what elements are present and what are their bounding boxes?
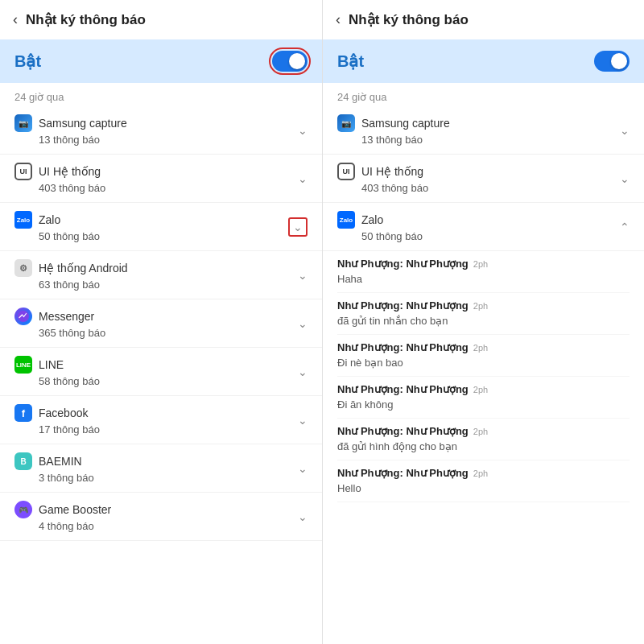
msg-header: Như Phượng: Như Phượng 2ph <box>337 383 630 395</box>
message-item: Như Phượng: Như Phượng 2ph đã gửi tin nh… <box>337 293 630 335</box>
chevron-down-icon[interactable]: ⌄ <box>298 269 308 282</box>
messenger-icon <box>14 308 32 325</box>
left-toggle[interactable] <box>272 51 308 72</box>
app-count: 50 thông báo <box>14 230 100 242</box>
msg-time: 2ph <box>473 259 488 269</box>
app-info: UI UI Hệ thống 403 thông báo <box>14 163 105 194</box>
left-header: ‹ Nhật ký thông báo <box>0 0 322 39</box>
app-info: Zalo Zalo 50 thông báo <box>14 211 100 242</box>
message-item: Như Phượng: Như Phượng 2ph Đi ăn không <box>337 377 630 419</box>
list-item[interactable]: f Facebook 17 thông báo ⌄ <box>0 396 322 444</box>
list-item[interactable]: Zalo Zalo 50 thông báo ⌄ <box>0 203 322 251</box>
samsung-icon: 📷 <box>337 114 355 132</box>
right-section-label: 24 giờ qua <box>323 83 644 106</box>
chevron-down-icon[interactable]: ⌄ <box>298 510 308 523</box>
zalo-messages-list: Như Phượng: Như Phượng 2ph Haha Như Phượ… <box>323 251 644 502</box>
list-item[interactable]: 🎮 Game Booster 4 thông báo ⌄ <box>0 493 322 541</box>
right-back-button[interactable]: ‹ <box>336 11 341 28</box>
msg-text: Đi ăn không <box>337 398 393 411</box>
left-panel: ‹ Nhật ký thông báo Bật 24 giờ qua 📷 Sam… <box>0 0 322 644</box>
app-name-row: LINE LINE <box>14 356 100 374</box>
message-item: Như Phượng: Như Phượng 2ph đã gửi hình đ… <box>337 419 630 460</box>
right-bat-label: Bật <box>337 52 364 71</box>
chevron-down-icon[interactable]: ⌄ <box>298 365 308 378</box>
left-toggle-knob <box>289 53 305 69</box>
right-header-title: Nhật ký thông báo <box>349 11 469 28</box>
app-count: 13 thông báo <box>14 134 127 146</box>
left-back-button[interactable]: ‹ <box>13 11 18 28</box>
msg-time: 2ph <box>473 343 488 353</box>
app-name-row: Zalo Zalo <box>14 211 100 229</box>
app-count: 58 thông báo <box>14 375 100 387</box>
message-item: Như Phượng: Như Phượng 2ph Đi nè bạn bao <box>337 335 630 377</box>
left-header-title: Nhật ký thông báo <box>26 11 146 28</box>
app-name: Samsung capture <box>361 117 450 130</box>
zalo-icon: Zalo <box>14 211 32 229</box>
list-item[interactable]: LINE LINE 58 thông báo ⌄ <box>0 348 322 396</box>
app-count: 403 thông báo <box>337 182 428 194</box>
app-info: UI UI Hệ thống 403 thông báo <box>337 163 428 194</box>
app-name: Zalo <box>361 213 383 226</box>
msg-sender: Như Phượng: Như Phượng <box>337 258 469 270</box>
app-count: 403 thông báo <box>14 182 105 194</box>
list-item[interactable]: 📷 Samsung capture 13 thông báo ⌄ <box>0 106 322 155</box>
msg-time: 2ph <box>473 469 488 478</box>
chevron-down-icon[interactable]: ⌄ <box>620 172 630 185</box>
gamebooster-icon: 🎮 <box>14 501 32 518</box>
app-info: 🎮 Game Booster 4 thông báo <box>14 501 111 532</box>
app-count: 50 thông báo <box>337 230 423 242</box>
app-info: LINE LINE 58 thông báo <box>14 356 100 387</box>
chevron-down-icon[interactable]: ⌄ <box>298 172 308 185</box>
app-name-row: 📷 Samsung capture <box>337 114 450 132</box>
app-count: 17 thông báo <box>14 423 100 436</box>
chevron-down-icon[interactable]: ⌄ <box>298 414 308 427</box>
chevron-down-icon[interactable]: ⌄ <box>298 124 308 137</box>
list-item[interactable]: UI UI Hệ thống 403 thông báo ⌄ <box>323 155 644 203</box>
msg-header: Như Phượng: Như Phượng 2ph <box>337 341 630 353</box>
chevron-down-icon[interactable]: ⌄ <box>298 462 308 475</box>
app-name-row: f Facebook <box>14 404 100 422</box>
app-count: 365 thông báo <box>14 327 105 339</box>
app-name-row: 🎮 Game Booster <box>14 501 111 518</box>
msg-text: Haha <box>337 273 362 285</box>
msg-sender: Như Phượng: Như Phượng <box>337 341 469 353</box>
right-toggle[interactable] <box>594 51 630 72</box>
app-name-row: Messenger <box>14 308 105 325</box>
msg-header: Như Phượng: Như Phượng 2ph <box>337 258 630 270</box>
right-header: ‹ Nhật ký thông báo <box>323 0 644 39</box>
list-item[interactable]: ⚙ Hệ thống Android 63 thông báo ⌄ <box>0 251 322 299</box>
msg-sender: Như Phượng: Như Phượng <box>337 467 469 479</box>
chevron-up-icon[interactable]: ⌃ <box>620 221 630 233</box>
app-count: 3 thông báo <box>14 472 94 484</box>
app-name: Samsung capture <box>39 117 127 130</box>
msg-time: 2ph <box>473 427 488 436</box>
chevron-down-icon[interactable]: ⌄ <box>298 317 308 330</box>
app-info: ⚙ Hệ thống Android 63 thông báo <box>14 259 128 291</box>
facebook-icon: f <box>14 404 32 422</box>
list-item[interactable]: Messenger 365 thông báo ⌄ <box>0 299 322 348</box>
app-name: Facebook <box>39 407 88 419</box>
list-item[interactable]: 📷 Samsung capture 13 thông báo ⌄ <box>323 106 644 155</box>
left-section-label: 24 giờ qua <box>0 83 322 106</box>
message-item: Như Phượng: Như Phượng 2ph Hello <box>337 460 630 502</box>
app-info: 📷 Samsung capture 13 thông báo <box>337 114 450 146</box>
msg-header: Như Phượng: Như Phượng 2ph <box>337 425 630 437</box>
ui-icon: UI <box>14 163 32 180</box>
left-scroll-area: 📷 Samsung capture 13 thông báo ⌄ UI UI H… <box>0 106 322 644</box>
app-name-row: Zalo Zalo <box>337 211 423 229</box>
right-bat-row: Bật <box>323 39 644 83</box>
msg-text: đã gửi hình động cho bạn <box>337 440 457 452</box>
app-count: 13 thông báo <box>337 134 450 146</box>
list-item[interactable]: B BAEMIN 3 thông báo ⌄ <box>0 444 322 493</box>
msg-text: đã gửi tin nhắn cho bạn <box>337 315 448 327</box>
chevron-down-icon[interactable]: ⌄ <box>620 124 630 137</box>
list-item[interactable]: UI UI Hệ thống 403 thông báo ⌄ <box>0 155 322 203</box>
app-name-row: UI UI Hệ thống <box>14 163 105 180</box>
msg-text: Đi nè bạn bao <box>337 357 403 369</box>
app-info: B BAEMIN 3 thông báo <box>14 452 94 484</box>
list-item[interactable]: Zalo Zalo 50 thông báo ⌃ <box>323 203 644 251</box>
message-item: Như Phượng: Như Phượng 2ph Haha <box>337 251 630 293</box>
app-name: Messenger <box>39 310 94 323</box>
app-name: Hệ thống Android <box>39 262 128 275</box>
chevron-down-icon[interactable]: ⌄ <box>288 217 308 237</box>
